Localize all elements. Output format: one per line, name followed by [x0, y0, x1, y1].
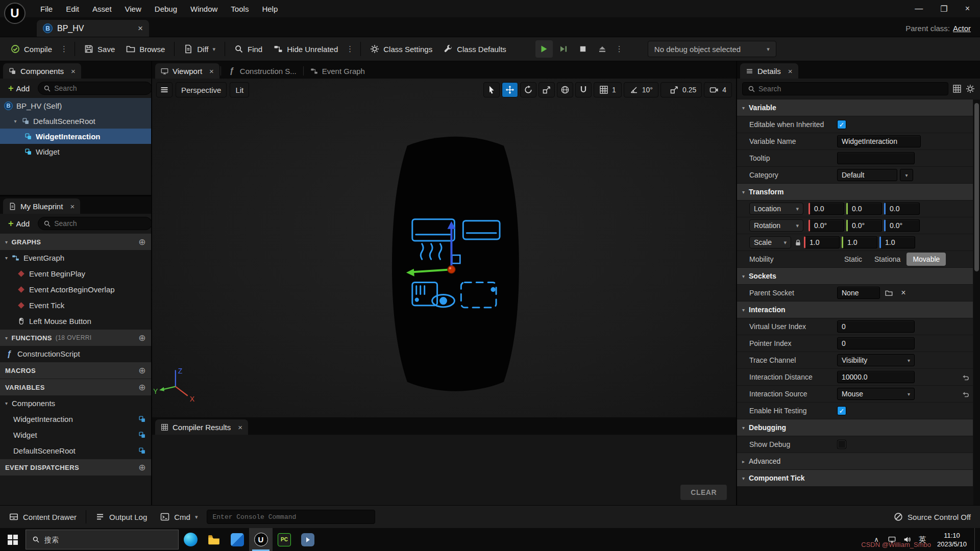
- menu-view[interactable]: View: [118, 0, 148, 17]
- find-button[interactable]: Find: [229, 40, 268, 58]
- move-tool-button[interactable]: [502, 82, 518, 97]
- compile-button[interactable]: Compile: [5, 40, 58, 58]
- select-tool-button[interactable]: [483, 82, 500, 97]
- location-y-input[interactable]: 0.0: [846, 203, 882, 215]
- editable-when-inherited-checkbox[interactable]: ✓: [837, 120, 846, 129]
- interaction-section-header[interactable]: ▾ Interaction: [737, 302, 973, 318]
- source-control-button[interactable]: Source Control Off: [894, 512, 975, 521]
- chevron-down-icon[interactable]: ▾: [5, 255, 8, 261]
- add-macro-icon[interactable]: ⊕: [138, 365, 146, 376]
- taskbar-search[interactable]: [26, 530, 179, 549]
- close-icon[interactable]: ×: [209, 67, 214, 76]
- functions-section-header[interactable]: ▾ FUNCTIONS (18 OVERRI ⊕: [0, 330, 151, 346]
- tree-item-widget-interaction[interactable]: WidgetInteraction: [0, 129, 151, 144]
- close-icon[interactable]: ×: [71, 67, 76, 76]
- tab-construction-script[interactable]: ƒ Construction S...: [222, 63, 302, 79]
- revert-icon[interactable]: [962, 390, 970, 398]
- chevron-down-icon[interactable]: ▾: [5, 400, 8, 406]
- location-z-input[interactable]: 0.0: [884, 203, 920, 215]
- category-chevron[interactable]: ▾: [900, 169, 913, 181]
- tab-viewport[interactable]: Viewport ×: [155, 63, 219, 79]
- scale-x-input[interactable]: 1.0: [804, 236, 840, 248]
- add-graph-icon[interactable]: ⊕: [138, 237, 146, 247]
- rotation-z-input[interactable]: 0.0°: [884, 219, 920, 232]
- world-local-toggle[interactable]: [557, 82, 573, 97]
- parent-class-link[interactable]: Actor: [953, 24, 971, 33]
- event-begin-play-row[interactable]: Event BeginPlay: [0, 266, 151, 282]
- left-mouse-button-row[interactable]: Left Mouse Button: [0, 313, 151, 329]
- menu-tools[interactable]: Tools: [224, 0, 255, 17]
- variable-section-header[interactable]: ▾ Variable: [737, 99, 973, 116]
- scene-render[interactable]: Z Y X: [152, 79, 736, 417]
- display-filter-icon[interactable]: [952, 84, 962, 93]
- taskbar-clock[interactable]: 11:10 2023/5/10: [930, 531, 973, 548]
- close-button[interactable]: ×: [965, 4, 970, 13]
- add-function-icon[interactable]: ⊕: [138, 333, 146, 343]
- category-select[interactable]: Default: [837, 169, 897, 181]
- sockets-section-header[interactable]: ▾ Sockets: [737, 268, 973, 284]
- rotation-snap-button[interactable]: 10°: [624, 82, 658, 97]
- rotate-tool-button[interactable]: [520, 82, 536, 97]
- menu-asset[interactable]: Asset: [86, 0, 118, 17]
- advanced-section-header[interactable]: ▸ Advanced: [737, 453, 973, 469]
- hide-unrelated-options-icon[interactable]: ⋮: [344, 44, 357, 54]
- close-icon[interactable]: ×: [70, 202, 75, 211]
- menu-edit[interactable]: Edit: [59, 0, 86, 17]
- close-icon[interactable]: ×: [788, 67, 793, 76]
- trace-channel-select[interactable]: Visibility ▾: [837, 354, 915, 366]
- event-graph-row[interactable]: ▾ EventGraph: [0, 250, 151, 266]
- output-log-button[interactable]: Output Log: [91, 512, 151, 521]
- debug-object-select[interactable]: No debug object selected ▾: [648, 41, 776, 57]
- show-desktop-strip[interactable]: [974, 528, 978, 551]
- add-event-dispatcher-icon[interactable]: ⊕: [138, 462, 146, 473]
- diff-button[interactable]: Diff ▾: [178, 40, 221, 58]
- start-button[interactable]: [0, 528, 26, 551]
- scrollbar-thumb[interactable]: [974, 103, 979, 271]
- save-button[interactable]: Save: [79, 40, 120, 58]
- rotation-select[interactable]: Rotation▾: [749, 219, 803, 232]
- tab-compiler-results[interactable]: Compiler Results ×: [155, 419, 248, 435]
- component-tick-section-header[interactable]: ▾ Component Tick: [737, 470, 973, 486]
- details-search-input[interactable]: [758, 85, 943, 93]
- stop-button[interactable]: [574, 40, 592, 58]
- menu-help[interactable]: Help: [255, 0, 284, 17]
- tree-item-widget[interactable]: Widget: [0, 144, 151, 159]
- eject-button[interactable]: [594, 40, 611, 58]
- class-defaults-button[interactable]: Class Defaults: [438, 40, 512, 58]
- event-dispatchers-section-header[interactable]: EVENT DISPATCHERS ⊕: [0, 459, 151, 475]
- add-variable-icon[interactable]: ⊕: [138, 382, 146, 393]
- surface-snap-button[interactable]: [575, 82, 592, 97]
- interaction-distance-input[interactable]: 10000.0: [837, 371, 915, 383]
- components-search-input[interactable]: [54, 84, 146, 92]
- lock-icon[interactable]: [794, 239, 802, 246]
- my-blueprint-search[interactable]: [38, 217, 151, 230]
- mobility-static[interactable]: Static: [838, 253, 868, 266]
- rotation-y-input[interactable]: 0.0°: [846, 219, 882, 232]
- compile-options-icon[interactable]: ⋮: [58, 44, 71, 54]
- tab-bp-hv[interactable]: B BP_HV ×: [37, 20, 149, 37]
- minimize-button[interactable]: —: [915, 4, 923, 13]
- variables-section-header[interactable]: VARIABLES ⊕: [0, 379, 151, 395]
- macros-section-header[interactable]: MACROS ⊕: [0, 362, 151, 379]
- menu-debug[interactable]: Debug: [148, 0, 184, 17]
- tree-item-bp-hv-self[interactable]: B BP_HV (Self): [0, 98, 151, 113]
- mobility-movable[interactable]: Movable: [906, 253, 946, 266]
- scale-y-input[interactable]: 1.0: [842, 236, 877, 248]
- tab-details[interactable]: Details ×: [740, 63, 798, 79]
- variable-name-input[interactable]: WidgetInteraction: [837, 135, 921, 147]
- close-icon[interactable]: ×: [238, 423, 242, 432]
- taskbar-app-unreal[interactable]: U: [249, 528, 273, 551]
- revert-icon[interactable]: [962, 373, 970, 381]
- play-options-icon[interactable]: ⋮: [613, 44, 626, 54]
- rotation-x-input[interactable]: 0.0°: [808, 219, 844, 232]
- variable-default-scene-root-row[interactable]: DefaultSceneRoot: [0, 443, 151, 459]
- socket-browse-button[interactable]: [883, 287, 895, 299]
- tab-event-graph[interactable]: Event Graph: [305, 63, 371, 79]
- event-actor-begin-overlap-row[interactable]: Event ActorBeginOverlap: [0, 282, 151, 297]
- scale-select[interactable]: Scale▾: [749, 236, 791, 248]
- tab-close-icon[interactable]: ×: [138, 23, 143, 34]
- grid-snap-button[interactable]: 1: [594, 82, 622, 97]
- console-command-box[interactable]: [207, 510, 375, 524]
- tab-components[interactable]: Components ×: [3, 63, 81, 79]
- play-button[interactable]: [535, 40, 553, 58]
